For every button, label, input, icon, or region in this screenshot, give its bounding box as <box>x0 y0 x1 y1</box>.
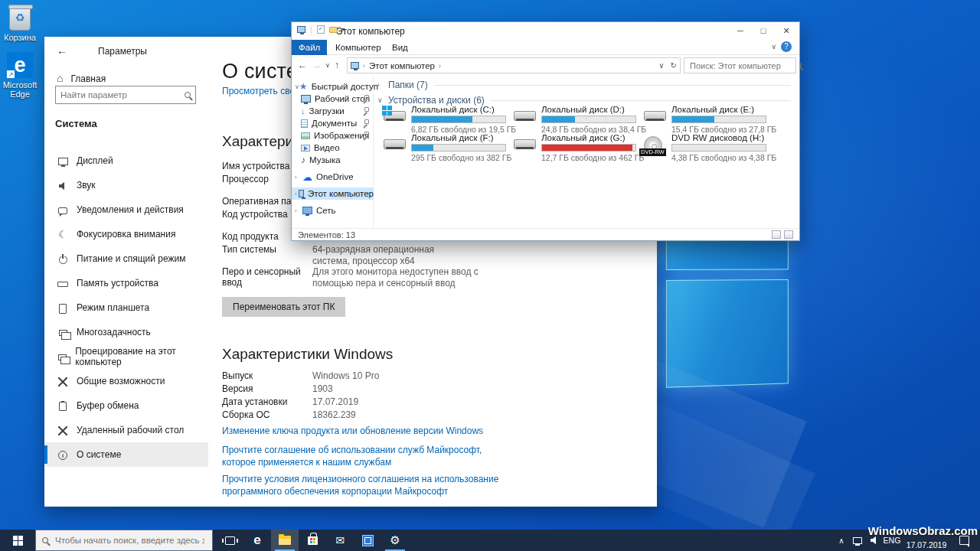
desktop-icon-recycle-bin[interactable]: ♻ Корзина <box>2 6 38 42</box>
nav-this-pc[interactable]: ›Этот компьютер <box>292 187 374 200</box>
this-pc-icon <box>299 190 304 197</box>
taskbar-photos[interactable] <box>354 530 381 551</box>
maximize-button[interactable]: □ <box>752 22 775 39</box>
details-view-button[interactable] <box>772 230 781 239</box>
change-product-key-link[interactable]: Изменение ключа продукта или обновление … <box>222 425 551 437</box>
star-icon: ★ <box>299 81 308 92</box>
nav-network[interactable]: ›Сеть <box>292 204 374 217</box>
tray-chevron-up-icon[interactable]: ∧ <box>835 530 848 551</box>
nav-onedrive[interactable]: ›☁OneDrive <box>292 171 374 183</box>
explorer-search-input[interactable] <box>688 60 800 71</box>
address-dropdown-icon[interactable]: ∨ <box>658 61 664 70</box>
nav-downloads[interactable]: ↓Загрузки <box>292 105 374 117</box>
window-title: Этот компьютер <box>336 26 405 37</box>
rename-pc-button[interactable]: Переименовать этот ПК <box>222 297 345 317</box>
forward-icon[interactable]: → <box>312 60 322 70</box>
sidebar-item-shared-experiences[interactable]: Общие возможности <box>44 369 208 393</box>
help-icon[interactable]: ? <box>781 41 792 52</box>
group-folders[interactable]: › Папки (7) <box>377 79 791 91</box>
video-icon <box>301 145 310 152</box>
explorer-titlebar[interactable]: | ▾ Этот компьютер ─ □ ✕ <box>292 22 799 40</box>
services-agreement-link[interactable]: Прочтите соглашение об использовании слу… <box>222 444 490 468</box>
tray-network-icon[interactable] <box>850 530 865 551</box>
picture-icon <box>301 132 310 139</box>
settings-home-item[interactable]: ⌂Главная <box>57 72 106 84</box>
settings-search-input[interactable] <box>56 90 185 99</box>
tab-file[interactable]: Файл <box>292 40 327 55</box>
dvd-rw-badge: DVD-RW <box>639 148 666 156</box>
explorer-nav-pane: ∨★Быстрый доступ Рабочий стол ↓Загрузки … <box>292 76 374 227</box>
tab-view[interactable]: Вид <box>385 40 415 55</box>
drive-g-tile[interactable]: Локальный диск (G:) 12,7 ГБ свободно из … <box>514 133 641 161</box>
taskbar-mail[interactable]: ✉ <box>326 530 354 551</box>
icons-view-button[interactable] <box>784 230 793 239</box>
recent-locations-icon[interactable]: ∨ <box>325 62 330 69</box>
chevron-right-icon[interactable]: › <box>377 81 388 89</box>
hdd-icon <box>514 108 538 129</box>
license-terms-link[interactable]: Прочтите условия лицензионного соглашени… <box>222 473 517 497</box>
sidebar-item-storage[interactable]: Память устройства <box>44 271 208 295</box>
drive-e-tile[interactable]: Локальный диск (E:) 15,4 ГБ свободно из … <box>644 105 771 132</box>
taskbar: e ✉ ⚙ ∧ ENG 17.07.2019 <box>0 530 980 551</box>
nav-pictures[interactable]: Изображения <box>292 129 374 142</box>
windows-start-icon <box>13 536 23 546</box>
sidebar-item-sound[interactable]: Звук <box>44 173 208 197</box>
onedrive-icon: ☁ <box>302 171 312 183</box>
sidebar-item-focus-assist[interactable]: ☾Фокусировка внимания <box>44 222 208 246</box>
drive-h-tile[interactable]: DVD-RW DVD RW дисковод (H:) 4,38 ГБ своб… <box>644 133 771 161</box>
up-icon[interactable]: ↑ <box>335 60 339 70</box>
taskbar-search-box[interactable] <box>35 530 213 551</box>
breadcrumb[interactable]: Этот компьютер <box>369 61 435 70</box>
taskbar-explorer[interactable] <box>271 530 299 551</box>
address-bar[interactable]: › Этот компьютер › ∨ ↻ <box>347 57 681 73</box>
sidebar-item-multitasking[interactable]: Многозадачность <box>44 320 208 344</box>
close-button[interactable]: ✕ <box>775 22 798 39</box>
drive-d-tile[interactable]: Локальный диск (D:) 24,8 ГБ свободно из … <box>514 105 641 132</box>
tab-computer[interactable]: Компьютер <box>328 40 388 55</box>
nav-documents[interactable]: Документы <box>292 117 374 129</box>
edge-icon: e <box>253 533 260 548</box>
sound-icon <box>57 180 69 191</box>
spec-row: Дата установки17.07.2019 <box>222 396 358 408</box>
nav-music[interactable]: ♪Музыка <box>292 154 374 166</box>
sidebar-item-about[interactable]: О системе <box>44 442 208 467</box>
desktop-icon <box>301 95 311 103</box>
minimize-button[interactable]: ─ <box>729 22 752 39</box>
taskbar-settings[interactable]: ⚙ <box>381 530 409 551</box>
taskbar-edge[interactable]: e <box>243 530 271 551</box>
sidebar-item-tablet-mode[interactable]: Режим планшета <box>44 295 208 320</box>
windows-flag-icon <box>382 106 392 116</box>
explorer-search-box[interactable] <box>684 57 796 73</box>
back-button[interactable]: ← <box>57 44 67 57</box>
sidebar-item-display[interactable]: Дисплей <box>44 148 208 173</box>
taskbar-store[interactable] <box>299 530 326 551</box>
taskbar-search-input[interactable] <box>54 535 206 546</box>
settings-section-header: Система <box>55 118 97 129</box>
pin-icon <box>363 95 370 102</box>
qat-properties-icon[interactable] <box>317 25 325 34</box>
drive-f-tile[interactable]: Локальный диск (F:) 295 ГБ свободно из 3… <box>384 133 511 161</box>
chevron-right-icon[interactable]: › <box>295 207 302 214</box>
sidebar-item-clipboard[interactable]: Буфер обмена <box>44 393 208 418</box>
spec-row: Версия1903 <box>222 383 333 395</box>
projecting-icon <box>57 351 67 363</box>
chevron-right-icon[interactable]: › <box>295 174 302 181</box>
task-view-button[interactable] <box>216 530 243 551</box>
ribbon-collapse-icon[interactable]: ∨ <box>771 43 776 51</box>
settings-search-box[interactable] <box>55 86 196 104</box>
sidebar-item-remote-desktop[interactable]: Удаленный рабочий стол <box>44 418 208 442</box>
nav-quick-access[interactable]: ∨★Быстрый доступ <box>292 80 374 93</box>
refresh-icon[interactable]: ↻ <box>671 61 677 70</box>
sidebar-item-projecting[interactable]: Проецирование на этот компьютер <box>44 344 208 369</box>
sidebar-item-power-sleep[interactable]: Питание и спящий режим <box>44 246 208 271</box>
start-button[interactable] <box>0 530 35 551</box>
nav-desktop[interactable]: Рабочий стол <box>292 93 374 105</box>
desktop-icon-edge[interactable]: e ↗ Microsoft Edge <box>2 52 38 99</box>
this-pc-icon <box>351 62 359 69</box>
chevron-down-icon[interactable]: ∨ <box>377 96 388 104</box>
sidebar-item-notifications[interactable]: Уведомления и действия <box>44 197 208 222</box>
back-icon[interactable]: ← <box>298 60 307 70</box>
drive-c-tile[interactable]: Локальный диск (C:) 6,82 ГБ свободно из … <box>384 105 511 132</box>
nav-videos[interactable]: Видео <box>292 142 374 154</box>
tray-date: 17.07.2019 <box>906 541 947 549</box>
